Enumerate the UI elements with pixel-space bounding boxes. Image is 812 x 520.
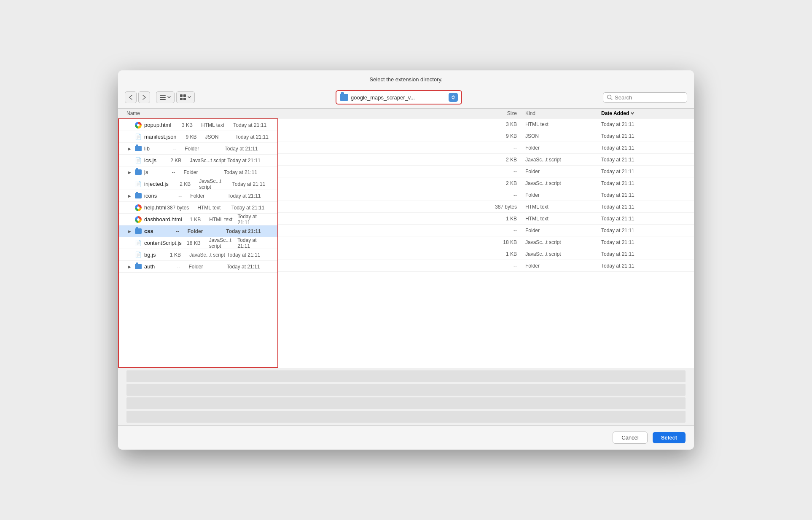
table-row-right[interactable]: 1 KB HTML text Today at 21:11: [278, 213, 694, 225]
file-size: --: [153, 228, 179, 234]
file-name: lib: [144, 145, 150, 152]
file-date: Today at 21:11: [227, 158, 269, 164]
file-size: 1 KB: [182, 217, 201, 222]
expand-arrow[interactable]: ►: [127, 193, 132, 198]
toolbar: google_maps_scraper_v...: [118, 87, 694, 108]
table-row[interactable]: 📄 injected.js 2 KB JavaSc...t script Tod…: [119, 178, 277, 190]
file-date: Today at 21:11: [601, 263, 686, 269]
expand-arrow[interactable]: ►: [127, 229, 132, 234]
table-row[interactable]: popup.html 3 KB HTML text Today at 21:11: [119, 119, 277, 131]
forward-button[interactable]: [138, 91, 150, 103]
back-button[interactable]: [125, 91, 137, 103]
js-icon: 📄: [135, 240, 142, 246]
table-row[interactable]: 📄 manifest.json 9 KB JSON Today at 21:11: [119, 131, 277, 143]
empty-row-4: [126, 411, 686, 423]
file-size: 2 KB: [466, 180, 517, 186]
file-size: --: [157, 193, 182, 199]
file-kind: HTML text: [517, 121, 601, 127]
file-name: lcs.js: [144, 157, 156, 164]
js-icon: 📄: [135, 181, 142, 187]
file-kind: Folder: [176, 146, 225, 152]
file-size: 1 KB: [466, 216, 517, 222]
select-button[interactable]: Select: [653, 432, 686, 443]
search-input[interactable]: [615, 94, 678, 101]
col-header-size: Size: [466, 110, 517, 116]
table-row[interactable]: dashboard.html 1 KB HTML text Today at 2…: [119, 214, 277, 225]
file-date: Today at 21:11: [601, 180, 686, 186]
doc-icon: 📄: [135, 134, 142, 140]
table-row-right[interactable]: 9 KB JSON Today at 21:11: [278, 130, 694, 142]
table-row[interactable]: ► lib -- Folder Today at 21:11: [119, 143, 277, 155]
table-row[interactable]: 📄 contentScript.js 18 KB JavaSc...t scri…: [119, 237, 277, 249]
expand-arrow[interactable]: ►: [127, 264, 132, 269]
cancel-button[interactable]: Cancel: [613, 432, 647, 444]
file-kind: JavaSc...t script: [181, 252, 227, 258]
table-row-right[interactable]: -- Folder Today at 21:11: [278, 166, 694, 177]
table-row[interactable]: ► css -- Folder Today at 21:11: [119, 225, 277, 237]
table-row-right[interactable]: -- Folder Today at 21:11: [278, 189, 694, 201]
table-row-right[interactable]: 2 KB JavaSc...t script Today at 21:11: [278, 154, 694, 166]
file-size: --: [466, 169, 517, 174]
table-row-right[interactable]: 18 KB JavaSc...t script Today at 21:11: [278, 236, 694, 248]
file-kind: Folder: [180, 264, 226, 270]
file-name-cell: help.html: [127, 204, 167, 211]
expand-arrow[interactable]: ►: [127, 170, 132, 175]
nav-buttons: [125, 91, 150, 103]
chrome-icon: [135, 204, 142, 211]
search-box[interactable]: [603, 92, 687, 103]
search-icon: [607, 94, 613, 100]
col-header-date: Date Added: [601, 110, 686, 116]
file-date: Today at 21:11: [601, 157, 686, 163]
file-size: 9 KB: [466, 133, 517, 139]
file-name: manifest.json: [144, 134, 177, 140]
path-stepper[interactable]: [449, 93, 458, 102]
grid-view-button[interactable]: [176, 91, 195, 103]
file-kind: JavaSc...t script: [517, 157, 601, 163]
table-row[interactable]: ► icons -- Folder Today at 21:11: [119, 190, 277, 202]
file-size: 2 KB: [466, 157, 517, 163]
file-kind: Folder: [517, 263, 601, 269]
file-kind: JavaSc...t script: [191, 178, 232, 190]
col-header-kind: Kind: [517, 110, 601, 116]
file-date: Today at 21:11: [225, 146, 269, 152]
file-name-cell: ► icons: [127, 193, 157, 199]
table-row-right[interactable]: 387 bytes HTML text Today at 21:11: [278, 201, 694, 213]
table-row-right[interactable]: -- Folder Today at 21:11: [278, 225, 694, 236]
file-date: Today at 21:11: [227, 252, 269, 258]
file-picker-dialog: Select the extension directory.: [118, 70, 694, 450]
table-row-right[interactable]: -- Folder Today at 21:11: [278, 142, 694, 154]
table-row[interactable]: help.html 387 bytes HTML text Today at 2…: [119, 202, 277, 214]
path-control[interactable]: google_maps_scraper_v...: [336, 90, 462, 105]
svg-rect-3: [180, 94, 183, 97]
list-view-button[interactable]: [156, 91, 175, 103]
svg-rect-5: [180, 98, 183, 100]
table-row-right[interactable]: 3 KB HTML text Today at 21:11: [278, 118, 694, 130]
column-headers: Name Size Kind Date Added: [118, 108, 694, 118]
file-size: 18 KB: [182, 240, 201, 246]
folder-icon: [340, 94, 348, 101]
table-row[interactable]: ► auth -- Folder Today at 21:11: [119, 261, 277, 273]
table-row[interactable]: 📄 bg.js 1 KB JavaSc...t script Today at …: [119, 249, 277, 261]
empty-row-2: [126, 384, 686, 396]
file-kind: HTML text: [189, 205, 231, 211]
file-kind: Folder: [179, 228, 226, 234]
svg-rect-2: [160, 99, 166, 100]
file-name-cell: ► css: [127, 228, 153, 234]
folder-icon: [135, 228, 142, 234]
folder-icon: [135, 193, 142, 198]
table-row-right[interactable]: 1 KB JavaSc...t script Today at 21:11: [278, 248, 694, 260]
expand-arrow[interactable]: ►: [127, 146, 132, 151]
table-row[interactable]: 📄 lcs.js 2 KB JavaSc...t script Today at…: [119, 155, 277, 166]
file-date: Today at 21:11: [233, 122, 269, 128]
file-size: 2 KB: [169, 181, 191, 187]
file-name: bg.js: [144, 252, 156, 258]
file-name: injected.js: [144, 181, 169, 187]
file-kind: Folder: [175, 169, 224, 175]
file-size: --: [155, 264, 180, 270]
table-row[interactable]: ► js -- Folder Today at 21:11: [119, 166, 277, 178]
table-row-right[interactable]: 2 KB JavaSc...t script Today at 21:11: [278, 177, 694, 189]
table-row-right[interactable]: -- Folder Today at 21:11: [278, 260, 694, 272]
file-date: Today at 21:11: [237, 214, 269, 225]
file-size: 387 bytes: [466, 204, 517, 210]
file-name: help.html: [144, 204, 167, 211]
